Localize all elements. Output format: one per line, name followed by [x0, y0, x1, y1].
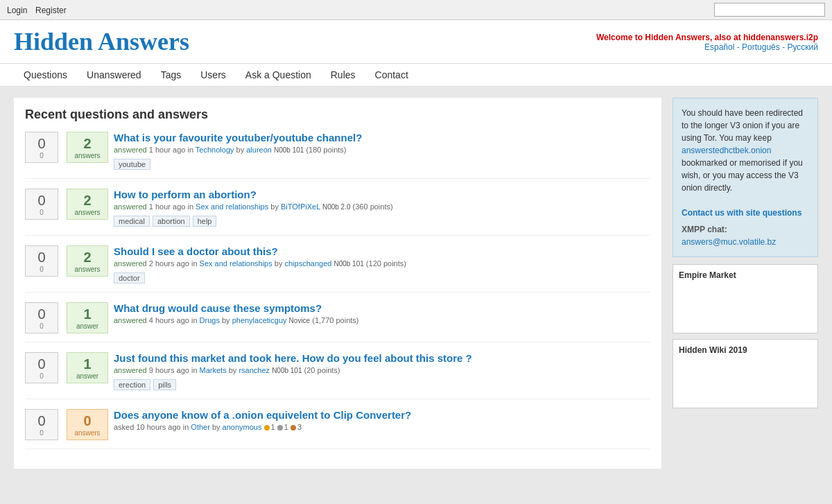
silver-dot: [277, 425, 283, 431]
status-label: answered: [114, 146, 147, 154]
user-link[interactable]: phenylaceticguy: [232, 316, 287, 324]
question-item: 002answers Should I see a doctor about t…: [25, 245, 650, 293]
ans-label: answer: [76, 322, 98, 330]
vote-label: 0: [40, 209, 44, 216]
question-item: 002answers What is your favourite youtub…: [25, 132, 650, 179]
question-title[interactable]: Does anyone know of a .onion equivelent …: [114, 409, 411, 421]
lang-portugues[interactable]: Português: [742, 42, 780, 52]
time-label: 2 hours ago: [149, 259, 189, 268]
nav-contact[interactable]: Contact: [365, 64, 418, 86]
tags-row: youtube: [114, 157, 650, 170]
vote-box: 00: [25, 302, 58, 333]
user-badge: N00b 101: [274, 146, 304, 154]
ans-count: 1: [83, 306, 91, 322]
question-title[interactable]: Just found this market and took here. Ho…: [114, 352, 472, 364]
tag[interactable]: youtube: [114, 159, 150, 170]
tags-row: medicalabortionhelp: [114, 214, 650, 227]
question-meta: answered 4 hours ago in Drugs by phenyla…: [114, 316, 650, 324]
register-link[interactable]: Register: [35, 6, 67, 15]
xmpp-label: XMPP chat:: [682, 223, 809, 236]
page-heading: Recent questions and answers: [25, 107, 650, 122]
lang-russian[interactable]: Русский: [787, 42, 818, 52]
question-body: Just found this market and took here. Ho…: [114, 352, 650, 390]
vote-count: 0: [37, 356, 45, 372]
ad-hidden-wiki: Hidden Wiki 2019: [673, 339, 818, 408]
nav-ask[interactable]: Ask a Question: [236, 64, 321, 86]
login-link[interactable]: Login: [7, 6, 27, 15]
xmpp-address[interactable]: answers@muc.volatile.bz: [682, 237, 776, 247]
time-label: 1 hour ago: [149, 146, 186, 154]
vote-label: 0: [40, 429, 44, 437]
vote-label: 0: [40, 372, 44, 380]
user-link[interactable]: BiTOfPiXeL: [281, 202, 320, 211]
question-body: Should I see a doctor about this? answer…: [114, 245, 650, 284]
ans-count: 2: [83, 192, 91, 209]
nav: Questions Unanswered Tags Users Ask a Qu…: [0, 63, 832, 87]
ad-wiki-title: Hidden Wiki 2019: [679, 345, 812, 355]
question-meta: asked 10 hours ago in Other by anonymous…: [114, 423, 650, 431]
question-meta: answered 9 hours ago in Markets by rsanc…: [114, 366, 650, 374]
welcome-text: Welcome to Hidden Answers, also at hidde…: [596, 33, 818, 42]
nav-tags[interactable]: Tags: [151, 64, 191, 86]
status-label: answered: [114, 366, 147, 374]
vote-box: 00: [25, 409, 58, 440]
search-input[interactable]: [714, 3, 825, 17]
nav-users[interactable]: Users: [191, 64, 236, 86]
contact-site-link[interactable]: Contact us with site questions: [682, 208, 801, 218]
ans-label: answer: [76, 372, 98, 380]
time-label: 10 hours ago: [136, 423, 180, 431]
gold-dot: [264, 425, 270, 431]
vote-count: 0: [37, 135, 45, 152]
question-meta: answered 1 hour ago in Technology by alu…: [114, 146, 650, 154]
user-link[interactable]: rsanchez: [239, 366, 270, 374]
user-link[interactable]: anonymous: [223, 423, 262, 431]
site-title: Hidden Answers: [14, 27, 189, 56]
time-label: 1 hour ago: [149, 202, 186, 211]
nav-unanswered[interactable]: Unanswered: [77, 64, 151, 86]
tag[interactable]: help: [193, 216, 217, 227]
answer-box: 0answers: [67, 409, 108, 440]
vote-box: 00: [25, 132, 58, 163]
sidebar-info: You should have been redirected to the l…: [673, 98, 818, 257]
tag[interactable]: erection: [114, 379, 150, 390]
time-label: 9 hours ago: [149, 366, 189, 374]
ans-label: answers: [74, 152, 100, 159]
onion-link[interactable]: answerstedhctbek.onion: [682, 146, 771, 155]
user-badge: N00b 101: [333, 260, 363, 268]
tags-row: erectionpills: [114, 378, 650, 390]
vote-label: 0: [40, 152, 44, 159]
question-title[interactable]: What is your favourite youtuber/youtube …: [114, 132, 362, 144]
ans-label: answers: [74, 429, 100, 437]
category-link[interactable]: Sex and relationships: [196, 202, 268, 211]
question-title[interactable]: What drug would cause these symptoms?: [114, 302, 322, 314]
ans-label: answers: [74, 266, 100, 273]
user-badge: N00b 101: [272, 367, 302, 374]
category-link[interactable]: Other: [191, 423, 210, 431]
vote-box: 00: [25, 189, 58, 220]
tag[interactable]: abortion: [153, 216, 190, 227]
header-right: Welcome to Hidden Answers, also at hidde…: [596, 27, 818, 52]
tag[interactable]: medical: [114, 216, 150, 227]
answer-box: 1answer: [67, 352, 108, 383]
time-label: 4 hours ago: [149, 316, 189, 324]
status-label: answered: [114, 202, 147, 211]
category-link[interactable]: Markets: [200, 366, 227, 374]
category-link[interactable]: Drugs: [200, 316, 220, 324]
lang-espanol[interactable]: Español: [704, 42, 734, 52]
category-link[interactable]: Sex and relationships: [200, 259, 272, 268]
tag[interactable]: doctor: [114, 272, 145, 284]
question-title[interactable]: How to perform an abortion?: [114, 189, 257, 200]
sidebar-info-text: You should have been redirected to the l…: [682, 108, 803, 143]
lang-links: Español - Português - Русский: [596, 42, 818, 52]
category-link[interactable]: Technology: [196, 146, 234, 154]
user-link[interactable]: chipschanged: [284, 259, 331, 268]
nav-questions[interactable]: Questions: [14, 64, 77, 86]
tag[interactable]: pills: [153, 379, 176, 390]
user-link[interactable]: alureon: [246, 146, 272, 154]
answer-box: 1answer: [67, 302, 108, 333]
nav-rules[interactable]: Rules: [321, 64, 365, 86]
vote-box: 00: [25, 245, 58, 277]
ans-label: answers: [74, 209, 100, 216]
question-title[interactable]: Should I see a doctor about this?: [114, 245, 278, 257]
nav-list: Questions Unanswered Tags Users Ask a Qu…: [14, 64, 818, 86]
